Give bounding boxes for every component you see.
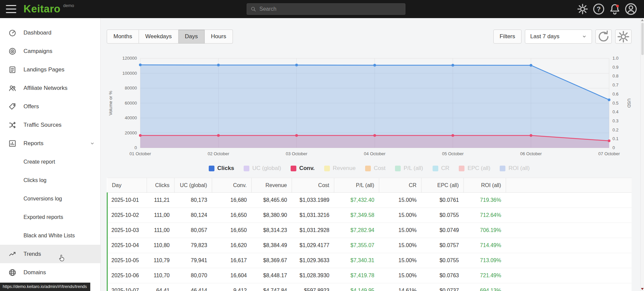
scroll-up-arrow[interactable] bbox=[641, 19, 644, 21]
legend-swatch bbox=[244, 166, 249, 171]
legend-item-cost[interactable]: Cost bbox=[365, 165, 386, 172]
sidebar-item-offers[interactable]: Offers bbox=[0, 97, 100, 116]
bell-icon bbox=[608, 2, 622, 16]
svg-text:04 October: 04 October bbox=[364, 151, 386, 156]
tab-months[interactable]: Months bbox=[107, 30, 139, 44]
sidebar-item-domains[interactable]: Domains bbox=[0, 263, 100, 282]
table-cell: 15.00% bbox=[379, 208, 422, 223]
table-row: 2025-10-03111,0080,05716,650$8,314.23$1,… bbox=[107, 223, 632, 238]
traffic-icon bbox=[8, 121, 17, 129]
filters-button[interactable]: Filters bbox=[493, 30, 522, 44]
table-cell-filler bbox=[506, 268, 632, 283]
sidebar-item-create-report[interactable]: Create report bbox=[0, 153, 100, 171]
table-cell: 14.61% bbox=[379, 283, 422, 291]
legend-item-revenue[interactable]: Revenue bbox=[324, 165, 356, 172]
legend-item-cr[interactable]: CR bbox=[433, 165, 450, 172]
svg-text:100000: 100000 bbox=[122, 71, 137, 76]
sidebar-nav: DashboardCampaignsLandings PagesAffiliat… bbox=[0, 18, 101, 291]
filters-button-label: Filters bbox=[500, 33, 515, 40]
campaigns-icon bbox=[8, 47, 17, 56]
column-header-epc-all[interactable]: EPC (all) bbox=[422, 178, 464, 193]
legend-swatch bbox=[395, 166, 401, 171]
legend-label: UC (global) bbox=[252, 165, 281, 172]
brand-logo[interactable]: Keitaro bbox=[23, 3, 60, 15]
table-cell: $8,380.90 bbox=[252, 208, 292, 223]
table-cell-filler bbox=[506, 208, 632, 223]
notifications-button[interactable] bbox=[608, 2, 622, 16]
topbar-actions: ? bbox=[576, 2, 640, 16]
table-cell: 46,414 bbox=[175, 283, 212, 291]
scroll-thumb[interactable] bbox=[641, 23, 644, 55]
account-button[interactable] bbox=[624, 2, 638, 16]
table-cell: $8,448.17 bbox=[252, 268, 292, 283]
legend-item-roi-all[interactable]: ROI (all) bbox=[500, 165, 530, 172]
sidebar-item-traffic-sources[interactable]: Traffic Sources bbox=[0, 116, 100, 134]
table-cell: 79,941 bbox=[175, 253, 212, 268]
column-header-cost[interactable]: Cost bbox=[292, 178, 334, 193]
legend-swatch bbox=[324, 166, 330, 171]
column-header-cr[interactable]: CR bbox=[379, 178, 422, 193]
column-header-p-l-all[interactable]: P/L (all) bbox=[334, 178, 379, 193]
tab-weekdays[interactable]: Weekdays bbox=[139, 30, 179, 44]
scrollbar[interactable] bbox=[640, 18, 644, 291]
table-cell: 80,124 bbox=[175, 208, 212, 223]
svg-text:06 October: 06 October bbox=[520, 151, 542, 156]
tab-days[interactable]: Days bbox=[179, 30, 205, 44]
table-cell: 2025-10-01 bbox=[107, 193, 147, 208]
tab-hours[interactable]: Hours bbox=[205, 30, 233, 44]
chart-settings-button[interactable] bbox=[615, 30, 632, 44]
sidebar-item-affiliate-networks[interactable]: Affiliate Networks bbox=[0, 79, 100, 97]
table-cell: 706.19% bbox=[464, 223, 506, 238]
table-cell: 2025-10-04 bbox=[107, 238, 147, 253]
table-row: 2025-10-04110,8079,82316,620$8,384.49$1,… bbox=[107, 238, 632, 253]
table-cell: $597.8923 bbox=[292, 283, 334, 291]
sidebar-item-campaigns[interactable]: Campaigns bbox=[0, 42, 100, 60]
sidebar-item-label: Landings Pages bbox=[23, 66, 64, 73]
legend-label: Revenue bbox=[333, 165, 356, 172]
sidebar-item-label: Conversions log bbox=[23, 196, 62, 202]
date-range-select[interactable]: Last 7 days bbox=[525, 30, 592, 44]
legend-item-epc-all[interactable]: EPC (all) bbox=[459, 165, 490, 172]
table-cell: $8,314.23 bbox=[252, 223, 292, 238]
table-row: 2025-10-06110,7080,07016,604$8,448.17$1,… bbox=[107, 268, 632, 283]
help-button[interactable]: ? bbox=[592, 2, 606, 16]
column-header-uc-global[interactable]: UC (global) bbox=[175, 178, 212, 193]
sidebar-item-trends[interactable]: Trends bbox=[0, 245, 100, 263]
settings-button[interactable] bbox=[576, 2, 590, 16]
sidebar-item-landings-pages[interactable]: Landings Pages bbox=[0, 60, 100, 79]
legend-swatch bbox=[291, 166, 296, 171]
column-header-roi-all[interactable]: ROI (all) bbox=[464, 178, 506, 193]
sidebar-item-clicks-log[interactable]: Clicks log bbox=[0, 171, 100, 189]
sidebar-item-conversions-log[interactable]: Conversions log bbox=[0, 189, 100, 208]
legend-item-clicks[interactable]: Clicks bbox=[209, 165, 234, 172]
search-input[interactable] bbox=[259, 6, 402, 12]
scroll-down-arrow[interactable] bbox=[641, 288, 644, 290]
sidebar-item-exported-reports[interactable]: Exported reports bbox=[0, 208, 100, 226]
column-header-conv[interactable]: Conv. bbox=[212, 178, 252, 193]
legend-swatch bbox=[500, 166, 505, 171]
trends-chart: 01 October02 October03 October04 October… bbox=[107, 54, 637, 160]
svg-text:0.1: 0.1 bbox=[612, 136, 618, 141]
offers-icon bbox=[8, 102, 17, 111]
table-cell: 110,80 bbox=[147, 238, 175, 253]
table-cell: 694.13% bbox=[464, 283, 506, 291]
table-cell: $0.0755 bbox=[422, 253, 464, 268]
table-cell: $1,033.1989 bbox=[292, 193, 334, 208]
column-header-day[interactable]: Day bbox=[107, 178, 147, 193]
legend-item-conv[interactable]: Conv. bbox=[291, 165, 315, 172]
legend-item-p-l-all[interactable]: P/L (all) bbox=[395, 165, 423, 172]
domains-icon bbox=[8, 268, 17, 277]
table-cell-filler bbox=[506, 283, 632, 291]
sidebar-item-reports[interactable]: Reports bbox=[0, 134, 100, 153]
menu-button[interactable] bbox=[4, 2, 18, 16]
table-cell: 714.49% bbox=[464, 238, 506, 253]
sidebar-item-black-and-white-lists[interactable]: Black and White Lists bbox=[0, 226, 100, 245]
table-cell-filler bbox=[506, 238, 632, 253]
column-header-revenue[interactable]: Revenue bbox=[252, 178, 292, 193]
svg-text:0.7: 0.7 bbox=[612, 82, 618, 88]
column-header-clicks[interactable]: Clicks bbox=[147, 178, 175, 193]
legend-item-uc-global[interactable]: UC (global) bbox=[244, 165, 281, 172]
sidebar-item-dashboard[interactable]: Dashboard bbox=[0, 23, 100, 42]
refresh-button[interactable] bbox=[595, 30, 612, 44]
sidebar-item-label: Offers bbox=[23, 103, 39, 110]
